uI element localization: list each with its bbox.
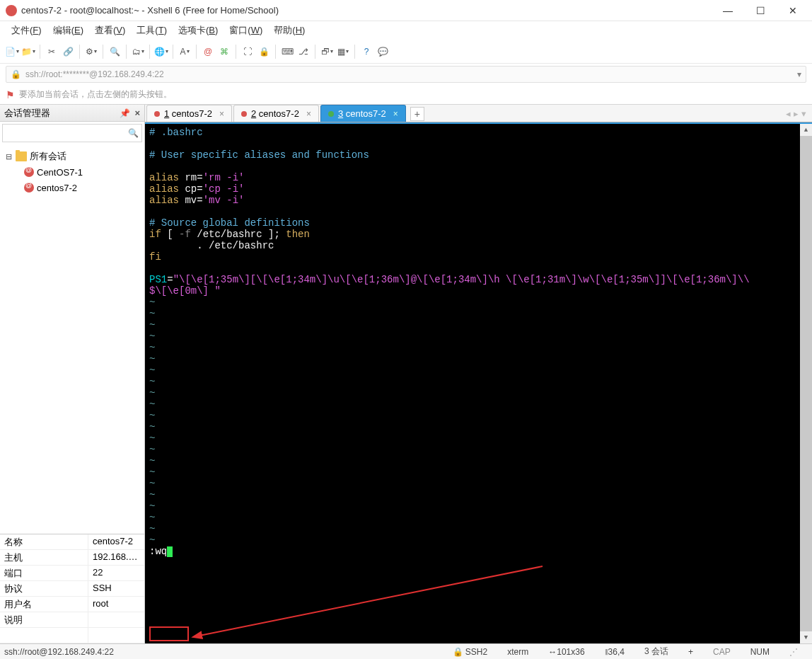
menu-item[interactable]: 文件(F): [6, 22, 47, 39]
terminal-tilde: ~: [149, 376, 808, 387]
menu-item[interactable]: 查看(V): [89, 22, 131, 39]
session-tab[interactable]: 2 centos7-2×: [233, 105, 319, 122]
hint-bar: ⚑ 要添加当前会话，点击左侧的箭头按钮。: [0, 85, 812, 105]
flag-icon: ⚑: [6, 89, 15, 101]
session-properties: 名称centos7-2主机192.168.2...端口22协议SSH用户名roo…: [0, 534, 144, 643]
terminal-line: alias cp='cp -i': [149, 183, 808, 195]
command-button[interactable]: ⌘: [216, 44, 232, 59]
prop-row: 主机192.168.2...: [0, 550, 144, 566]
status-plus-icon[interactable]: +: [688, 647, 693, 657]
expand-icon[interactable]: ⊟: [4, 152, 13, 161]
svg-line-0: [199, 566, 543, 636]
status-term: xterm: [507, 647, 528, 657]
copy-button[interactable]: ✂: [44, 44, 59, 59]
tab-menu-icon[interactable]: ▾: [801, 108, 806, 119]
session-icon: [24, 167, 34, 177]
terminal-line: # User specific aliases and functions: [149, 149, 808, 161]
maximize-button[interactable]: ☐: [744, 0, 777, 21]
terminal-scrollbar[interactable]: ▲ ▼: [800, 124, 812, 643]
globe-button[interactable]: 🌐: [153, 44, 169, 59]
prop-row: 说明: [0, 612, 144, 628]
tab-close-icon[interactable]: ×: [306, 109, 311, 119]
prop-value: [88, 612, 144, 627]
annotation-highlight-box: [149, 626, 189, 641]
panel-close-icon[interactable]: ×: [134, 108, 140, 118]
terminal-tilde: ~: [149, 297, 808, 308]
find-button[interactable]: 🔍: [107, 44, 122, 59]
dropdown-icon[interactable]: ▾: [797, 69, 801, 79]
toolbar: 📄📁✂🔗⚙🔍🗂🌐A@⌘⛶🔒⌨⎇🗗▦?💬: [0, 40, 812, 64]
tree-item-label: CentOS7-1: [37, 167, 83, 178]
session-tab[interactable]: 3 centos7-2×: [320, 105, 406, 122]
fullscreen-button[interactable]: ⛶: [240, 44, 255, 59]
menu-item[interactable]: 工具(T): [131, 22, 173, 39]
lock-icon: 🔒: [453, 647, 463, 657]
terminal-tilde: ~: [149, 500, 808, 512]
help-button[interactable]: ?: [359, 44, 374, 59]
menu-item[interactable]: 编辑(E): [47, 22, 89, 39]
address-input[interactable]: 🔒 ssh://root:********@192.168.249.4:22 ▾: [6, 66, 806, 83]
status-size: ↔ 101x36: [548, 647, 584, 657]
terminal-tilde: ~: [149, 455, 808, 466]
tab-next-icon[interactable]: ▸: [794, 108, 799, 119]
prop-key: 说明: [0, 612, 88, 627]
close-button[interactable]: ✕: [777, 0, 809, 21]
menu-item[interactable]: 选项卡(B): [173, 22, 224, 39]
terminal-line: # Source global definitions: [149, 217, 808, 229]
keyboard-button[interactable]: ⌨: [279, 44, 295, 59]
separator: [196, 45, 197, 59]
pin-icon[interactable]: 📌: [120, 108, 130, 118]
prop-key: 名称: [0, 534, 88, 549]
scroll-down-icon[interactable]: ▼: [800, 631, 812, 643]
lock-icon: 🔒: [11, 69, 21, 79]
status-bar: ssh://root@192.168.249.4:22 🔒 SSH2 xterm…: [0, 643, 812, 659]
status-dot-icon: [328, 111, 334, 117]
font-button[interactable]: A: [177, 44, 192, 59]
title-bar: centos7-2 - root@localhost:~ - Xshell 6 …: [0, 0, 812, 21]
terminal-line: [149, 138, 808, 149]
terminal-line: if [ -f /etc/bashrc ]; then: [149, 229, 808, 240]
scroll-up-icon[interactable]: ▲: [800, 124, 812, 136]
terminal-tilde: ~: [149, 534, 808, 546]
terminal-tilde: ~: [149, 319, 808, 331]
terminal-line: PS1="\[\e[1;35m\][\[\e[1;34m\]\u\[\e[1;3…: [149, 274, 808, 285]
tab-close-icon[interactable]: ×: [219, 109, 224, 119]
add-tab-button[interactable]: +: [410, 107, 424, 121]
prop-row: 端口22: [0, 566, 144, 581]
status-address: ssh://root@192.168.249.4:22: [4, 647, 114, 657]
separator: [236, 45, 236, 59]
scroll-thumb[interactable]: [800, 136, 812, 631]
lock-button[interactable]: 🔒: [256, 44, 272, 59]
session-tab[interactable]: 1 centos7-2×: [146, 105, 232, 122]
prop-key: 用户名: [0, 597, 88, 612]
terminal-cursor: [167, 546, 173, 557]
tree-session-item[interactable]: centos7-2: [1, 180, 143, 195]
terminal[interactable]: ▲ ▼ # .bashrc # User specific aliases an…: [145, 122, 812, 643]
sessions-button[interactable]: 🗂: [130, 44, 146, 59]
paste-button[interactable]: 🔗: [60, 44, 76, 59]
app-icon: [6, 5, 17, 16]
swirl-button[interactable]: @: [200, 44, 216, 59]
tree-session-item[interactable]: CentOS7-1: [1, 164, 143, 180]
terminal-command-line[interactable]: :wq: [149, 546, 808, 557]
terminal-pane: 1 centos7-2×2 centos7-2×3 centos7-2×+◂▸▾…: [145, 105, 812, 643]
tab-close-icon[interactable]: ×: [393, 109, 398, 119]
tab-prev-icon[interactable]: ◂: [786, 108, 791, 119]
menu-item[interactable]: 帮助(H): [268, 22, 311, 39]
prop-value: centos7-2: [88, 534, 144, 549]
terminal-tilde: ~: [149, 410, 808, 421]
new-window-button[interactable]: 🗗: [319, 44, 335, 59]
tree-root[interactable]: ⊟所有会话: [1, 149, 143, 164]
menu-item[interactable]: 窗口(W): [224, 22, 268, 39]
layout-button[interactable]: ▦: [335, 44, 351, 59]
properties-button[interactable]: ⚙: [83, 44, 99, 59]
status-resize-grip[interactable]: ⋰: [789, 647, 798, 657]
terminal-line: [149, 206, 808, 217]
new-session-button[interactable]: 📄: [4, 44, 20, 59]
minimize-button[interactable]: —: [712, 0, 744, 21]
terminal-line: # .bashrc: [149, 127, 808, 138]
session-search-input[interactable]: 🔍: [2, 124, 142, 142]
speech-button[interactable]: 💬: [375, 44, 390, 59]
branch-button[interactable]: ⎇: [296, 44, 311, 59]
open-button[interactable]: 📁: [21, 44, 36, 59]
